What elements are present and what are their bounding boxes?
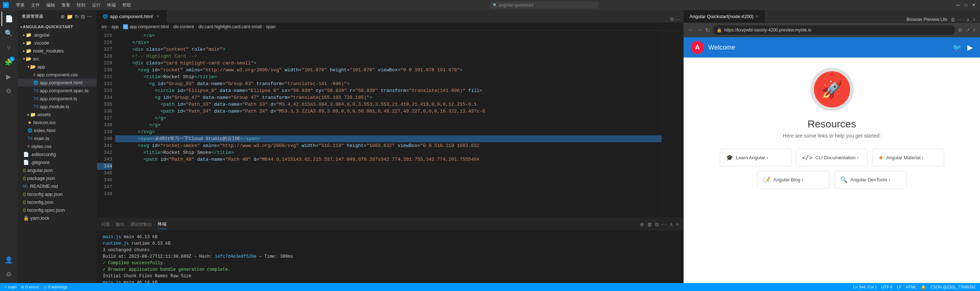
menu-apple[interactable]: 苹果 [13,2,27,9]
terminal-tab-problems[interactable]: 问题 [101,220,110,229]
item-label-styles: styles.css [31,144,51,149]
breadcrumb-divcontent[interactable]: div.content [173,24,194,29]
menu-terminal[interactable]: 终端 [104,2,119,9]
sidebar-item-editorconfig[interactable]: 📄 .editorconfig [18,150,97,158]
browser-settings-icon[interactable]: ⚙ [958,27,963,33]
sidebar-item-gitignore[interactable]: 📄 .gitignore [18,158,97,166]
browser-external-icon[interactable]: ↗ [966,27,970,33]
terminal-split-icon[interactable]: ⧉ [655,221,659,227]
preview-more-icon[interactable]: ⋯ [958,17,963,22]
resource-card-devtools[interactable]: 🔍 Angular DevTools › [834,171,907,189]
sidebar-item-node-modules[interactable]: ▸ 📁 node_modules [18,47,97,55]
sidebar-item-package-json[interactable]: {} package.json [18,174,97,182]
sidebar-item-readme[interactable]: M↓ README.md [18,182,97,190]
activity-icon-git[interactable]: ⑂ [2,41,16,55]
status-errors[interactable]: ⊘ 0 errors [21,285,39,289]
preview-close-icon[interactable]: × [973,17,976,22]
tab-close-btn[interactable]: × [155,13,161,19]
terminal-close-icon[interactable]: × [676,221,679,227]
sidebar-item-styles[interactable]: # styles.css [18,142,97,150]
sidebar-item-favicon[interactable]: ★ favicon.ico [18,118,97,126]
new-folder-icon[interactable]: 📁 [67,14,73,19]
code-content[interactable]: </a> </div> <div class="content" role="m… [115,31,662,218]
sidebar-item-tsconfig-spec[interactable]: {} tsconfig.spec.json [18,206,97,214]
menu-file[interactable]: 文件 [28,2,43,9]
sidebar-item-angular-json[interactable]: {} angular.json [18,166,97,174]
close-btn[interactable]: × [970,2,977,8]
resource-card-material[interactable]: ★ Angular Material › [872,149,944,167]
activity-icon-settings[interactable]: ⚙ [2,267,16,281]
sidebar-item-tsconfig[interactable]: {} tsconfig.json [18,198,97,206]
activity-icon-account[interactable]: 👤 [2,253,16,267]
terminal-trash-icon[interactable]: 🗑 [647,221,652,227]
sidebar-item-src[interactable]: ▾ 📂 src [18,55,97,63]
sidebar-item-component-spec[interactable]: TS app.component.spec.ts [18,86,97,94]
preview-trash-icon[interactable]: 🗑 [950,17,955,22]
activity-icon-search[interactable]: 🔍 [2,26,16,41]
breadcrumb-src[interactable]: src [101,24,107,29]
preview-chevron-icon[interactable]: ∧ [966,17,970,22]
sidebar-item-app[interactable]: ▾ 📂 app [18,63,97,71]
more-editor-icon[interactable]: ⋯ [675,17,680,22]
split-editor-icon[interactable]: ⧉ [670,16,674,22]
sidebar-item-module-ts[interactable]: TS app.module.ts [18,102,97,110]
twitter-icon[interactable]: 🐦 [953,43,961,52]
refresh-icon[interactable]: ↻ [75,14,79,19]
more-icon[interactable]: ⋯ [87,14,92,19]
maximize-btn[interactable]: □ [963,2,969,8]
breadcrumb-file[interactable]: app.component.html [130,24,169,29]
sidebar-item-component-css[interactable]: # app.component.css [18,71,97,78]
tree-root[interactable]: ▾ ANGULAR-QUICKSTART [18,23,97,31]
activity-icon-files[interactable]: 📄 [2,11,16,26]
sidebar-item-component-html[interactable]: 🌐 app.component.html [18,78,97,86]
terminal-tab-debug[interactable]: 调试控制台 [130,220,152,229]
terminal-tab-output[interactable]: 输出 [116,220,124,229]
sidebar-item-main[interactable]: TS main.ts [18,134,97,142]
sidebar-item-yarn-lock[interactable]: 🔒 yarn.lock [18,214,97,222]
activity-icon-remote[interactable]: ⚙ [2,84,16,99]
terminal-content[interactable]: main.js main 46.13 kB runtime.js runtime… [97,231,683,283]
terminal-tab-terminal[interactable]: 终端 [158,220,167,229]
activity-icon-debug[interactable]: ▶ [2,70,16,84]
sidebar-item-vscode[interactable]: ▸ 📁 .vscode [18,39,97,47]
menu-help[interactable]: 帮助 [119,2,134,9]
youtube-icon[interactable]: ▶ [967,43,973,52]
breadcrumb-app[interactable]: app [111,24,119,29]
json-file-icon: {} [23,208,26,212]
terminal-add-icon[interactable]: ⊕ [640,221,644,227]
status-warnings[interactable]: ⚠ 0 warnings [43,285,67,289]
browser-close-icon[interactable]: × [973,27,976,33]
resource-card-learn[interactable]: 🎓 Learn Angular › [720,149,792,167]
terminal-chevron-icon[interactable]: ∧ [670,221,673,227]
sidebar-item-component-ts[interactable]: TS app.component.ts [18,94,97,102]
resource-card-cli[interactable]: </> CLI Documentation › [796,149,868,167]
status-notification-icon[interactable]: 🔔 [921,285,926,289]
browser-url-bar[interactable]: 🔒 https://kxvpwbl-oaosty-4200.preview.my… [713,25,955,35]
menu-goto[interactable]: 转到 [74,2,88,9]
browser-back-icon[interactable]: ← [688,27,694,33]
preview-tab-active[interactable]: Angular Quickstart(node:4200) × [684,10,765,22]
search-bar[interactable]: 🔍 angular-quickstart [490,2,598,9]
angular-logo: A [691,41,704,54]
terminal-more-icon[interactable]: ⋯ [662,221,667,227]
browser-refresh-icon[interactable]: ↻ [705,27,710,33]
sidebar-item-tsconfig-app[interactable]: {} tsconfig.app.json [18,190,97,198]
minimize-btn[interactable]: ─ [955,2,961,8]
browser-forward-icon[interactable]: → [697,27,702,33]
sidebar-item-assets[interactable]: ▸ 📁 assets [18,110,97,118]
resource-card-blog[interactable]: 📝 Angular Blog › [757,171,830,189]
preview-tab-close[interactable]: × [756,13,759,19]
editor-tab-html[interactable]: 🌐 app.component.html × [97,10,167,22]
menu-view[interactable]: 查看 [59,2,73,9]
breadcrumb-divcard[interactable]: div.card.highlight-card.card-small [198,24,262,29]
new-file-icon[interactable]: ⊕ [60,14,65,19]
sidebar-item-angular[interactable]: ▸ 📁 .angular [18,31,97,39]
activity-icon-extensions[interactable]: 🧩 1 [2,55,16,70]
sidebar-item-index[interactable]: 🌐 index.html [18,126,97,134]
file-icon: 📄 [23,160,29,165]
menu-edit[interactable]: 编辑 [43,2,58,9]
breadcrumb-span[interactable]: span [266,24,275,29]
status-branch[interactable]: ⑂ main [4,285,17,289]
menu-run[interactable]: 运行 [89,2,103,9]
collapse-icon[interactable]: ⊟ [81,14,85,19]
